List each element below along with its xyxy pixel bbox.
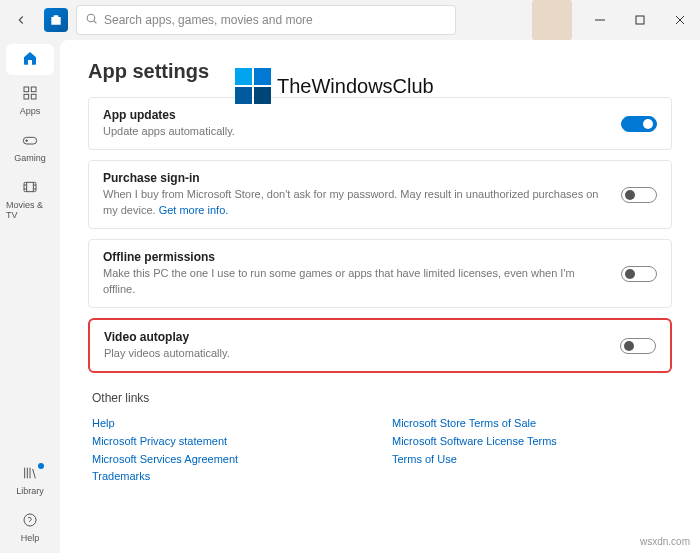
apps-icon — [22, 85, 38, 104]
setting-title: Video autoplay — [104, 330, 608, 344]
setting-desc: Play videos automatically. — [104, 346, 608, 361]
maximize-button[interactable] — [620, 0, 660, 40]
movies-icon — [22, 179, 38, 198]
setting-title: Purchase sign-in — [103, 171, 609, 185]
link-license-terms[interactable]: Microsoft Software License Terms — [392, 435, 557, 447]
toggle-purchase-signin[interactable] — [621, 187, 657, 203]
window-controls — [532, 0, 700, 40]
setting-desc: When I buy from Microsoft Store, don't a… — [103, 187, 609, 218]
watermark-text: TheWindowsClub — [277, 75, 434, 98]
other-links-grid: Help Microsoft Privacy statement Microso… — [92, 415, 672, 485]
search-placeholder: Search apps, games, movies and more — [104, 13, 313, 27]
sidenav-help[interactable]: Help — [6, 506, 54, 549]
watermark-logo: TheWindowsClub — [235, 68, 434, 104]
link-terms-sale[interactable]: Microsoft Store Terms of Sale — [392, 417, 536, 429]
svg-point-0 — [87, 14, 95, 22]
svg-rect-7 — [24, 182, 36, 191]
setting-desc: Make this PC the one I use to run some g… — [103, 266, 609, 297]
get-more-info-link[interactable]: Get more info. — [159, 204, 229, 216]
windows-logo-icon — [235, 68, 271, 104]
home-icon — [22, 50, 38, 69]
help-icon — [22, 512, 38, 531]
sidenav-label: Gaming — [14, 153, 46, 163]
setting-desc: Update apps automatically. — [103, 124, 609, 139]
close-button[interactable] — [660, 0, 700, 40]
toggle-app-updates[interactable] — [621, 116, 657, 132]
link-help[interactable]: Help — [92, 417, 115, 429]
toggle-offline-permissions[interactable] — [621, 266, 657, 282]
sidenav-movies[interactable]: Movies & TV — [6, 173, 54, 226]
search-input[interactable]: Search apps, games, movies and more — [76, 5, 456, 35]
notification-dot — [38, 463, 44, 469]
setting-app-updates: App updates Update apps automatically. — [88, 97, 672, 150]
setting-purchase-signin: Purchase sign-in When I buy from Microso… — [88, 160, 672, 229]
sidenav-gaming[interactable]: Gaming — [6, 126, 54, 169]
sidenav-library[interactable]: Library — [6, 459, 54, 502]
link-trademarks[interactable]: Trademarks — [92, 470, 150, 482]
sidenav-label: Apps — [20, 106, 41, 116]
content-area: TheWindowsClub App settings App updates … — [60, 40, 700, 553]
setting-title: Offline permissions — [103, 250, 609, 264]
setting-title: App updates — [103, 108, 609, 122]
link-terms-use[interactable]: Terms of Use — [392, 453, 457, 465]
setting-video-autoplay: Video autoplay Play videos automatically… — [88, 318, 672, 373]
library-icon — [22, 465, 38, 484]
sidenav-apps[interactable]: Apps — [6, 79, 54, 122]
footer-watermark: wsxdn.com — [640, 536, 690, 547]
minimize-button[interactable] — [580, 0, 620, 40]
search-icon — [85, 12, 98, 28]
svg-rect-3 — [31, 87, 36, 92]
gaming-icon — [22, 132, 38, 151]
back-button[interactable] — [6, 5, 36, 35]
svg-rect-2 — [24, 87, 29, 92]
toggle-video-autoplay[interactable] — [620, 338, 656, 354]
sidenav-label: Movies & TV — [6, 200, 54, 220]
setting-offline-permissions: Offline permissions Make this PC the one… — [88, 239, 672, 308]
link-services-agreement[interactable]: Microsoft Services Agreement — [92, 453, 238, 465]
sidenav-label: Help — [21, 533, 40, 543]
sidenav-home[interactable] — [6, 44, 54, 75]
sidenav: Apps Gaming Movies & TV Library — [0, 40, 60, 553]
other-links-heading: Other links — [92, 391, 672, 405]
sidenav-label: Library — [16, 486, 44, 496]
store-icon — [44, 8, 68, 32]
link-privacy[interactable]: Microsoft Privacy statement — [92, 435, 227, 447]
user-avatar[interactable] — [532, 0, 572, 40]
svg-rect-5 — [31, 94, 36, 99]
titlebar: Search apps, games, movies and more — [0, 0, 700, 40]
svg-rect-1 — [636, 16, 644, 24]
svg-rect-4 — [24, 94, 29, 99]
